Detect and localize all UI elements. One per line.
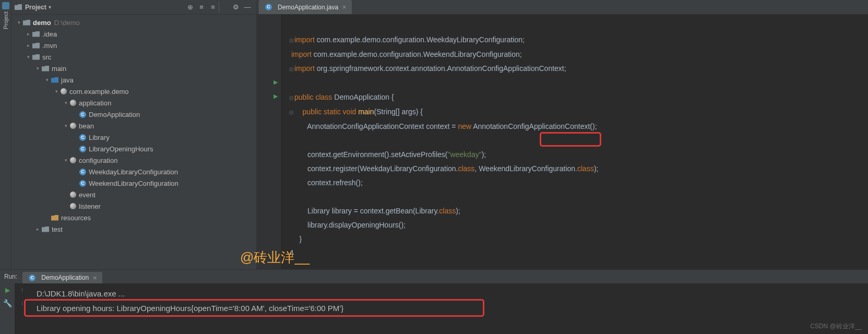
tree-label: demo <box>33 19 51 27</box>
package-icon <box>70 157 76 163</box>
code-content[interactable]: ⊟import com.example.demo.configuration.W… <box>281 15 868 269</box>
tree-label: .mvn <box>42 42 57 50</box>
tree-row[interactable]: resources <box>11 212 256 223</box>
tree-label: test <box>52 225 63 233</box>
tree-label: DemoApplication <box>89 111 140 118</box>
run-tab-label: DemoApplication <box>41 274 89 281</box>
class-icon <box>29 275 35 281</box>
tree-row[interactable]: event <box>11 189 256 200</box>
sidebar-tab-label: Project <box>3 11 9 29</box>
tree-row[interactable]: Library <box>11 132 256 143</box>
package-icon <box>61 88 67 94</box>
tree-row[interactable]: WeekdayLibraryConfiguration <box>11 166 256 177</box>
close-icon[interactable]: × <box>93 274 97 282</box>
tree-label: java <box>61 76 74 84</box>
tree-row[interactable]: ▾configuration <box>11 154 256 166</box>
tree-label: configuration <box>79 157 117 164</box>
tree-label: WeekendLibraryConfiguration <box>89 180 179 187</box>
class-icon <box>79 146 86 152</box>
console-line: Library opening hours: LibraryOpeningHou… <box>37 301 868 316</box>
run-panel: Run: DemoApplication × ▶ 🔧 ↑ ↓ D:\JDK1.8… <box>0 269 868 334</box>
tree-row[interactable]: ▸.idea <box>11 28 256 40</box>
tree-row[interactable]: ▾com.example.demo <box>11 86 256 97</box>
run-header: Run: DemoApplication × <box>0 270 868 283</box>
tree-row[interactable]: ▾application <box>11 97 256 109</box>
folder-icon <box>32 43 40 49</box>
collapse-icon[interactable]: ≡ <box>196 2 207 13</box>
tree-label: listener <box>79 202 101 210</box>
tree-row[interactable]: ▸test <box>11 223 256 235</box>
folder-icon <box>42 226 49 232</box>
folder-icon <box>15 4 22 10</box>
run-nav: ↑ ↓ <box>15 283 29 334</box>
run-title: Run: <box>4 273 17 280</box>
dropdown-icon[interactable]: ▾ <box>49 4 51 10</box>
class-icon <box>79 180 86 187</box>
tree-label: resources <box>61 214 91 222</box>
tree-row[interactable]: ▸.mvn <box>11 40 256 51</box>
run-gutter-icon[interactable]: ▶ <box>257 89 278 103</box>
run-gutter-icon[interactable]: ▶ <box>257 75 278 89</box>
tree-label: event <box>79 191 96 199</box>
project-panel: Project ▾ ⊕ ≡ ≡ ⚙ — ▾demoD:\demo ▸.idea … <box>11 0 257 269</box>
tree-row[interactable]: WeekendLibraryConfiguration <box>11 177 256 189</box>
source-folder-icon <box>51 77 58 83</box>
highlight-annotation <box>540 132 601 147</box>
divider <box>219 2 230 13</box>
folder-icon <box>42 66 49 71</box>
package-icon <box>70 100 76 106</box>
tree-row[interactable]: LibraryOpeningHours <box>11 143 256 154</box>
tree-label: src <box>42 53 51 61</box>
tree-row[interactable]: ▾java <box>11 74 256 86</box>
tree-label: Library <box>89 134 110 141</box>
up-icon[interactable]: ↑ <box>20 287 23 294</box>
tree-path: D:\demo <box>54 19 80 27</box>
console-line: D:\JDK1.8\bin\java.exe ... <box>37 289 125 298</box>
tree-label: .idea <box>42 30 57 38</box>
tree-row[interactable]: ▾main <box>11 63 256 74</box>
settings-icon[interactable]: ⚙ <box>230 2 242 13</box>
package-icon <box>70 192 76 198</box>
folder-icon <box>23 20 30 26</box>
tab-label: DemoApplication.java <box>278 4 338 11</box>
gutter: ▶ ▶ <box>257 15 281 269</box>
expand-icon[interactable]: ≡ <box>207 2 219 13</box>
project-icon <box>2 2 9 9</box>
tree-row[interactable]: ▾demoD:\demo <box>11 17 256 28</box>
tree-row[interactable]: DemoApplication <box>11 109 256 120</box>
hide-icon[interactable]: — <box>242 2 253 13</box>
tree-label: main <box>52 65 66 73</box>
project-sidebar-tab[interactable]: Project <box>0 0 11 269</box>
editor-tab[interactable]: DemoApplication.java × <box>259 0 352 14</box>
class-icon <box>265 4 272 10</box>
tree-label: WeekdayLibraryConfiguration <box>89 168 178 176</box>
wrench-icon[interactable]: 🔧 <box>3 299 12 307</box>
close-icon[interactable]: × <box>342 3 347 11</box>
class-icon <box>79 111 86 118</box>
code-area[interactable]: ▶ ▶ ⊟import com.example.demo.configurati… <box>257 15 868 269</box>
rerun-icon[interactable]: ▶ <box>5 287 10 294</box>
resource-folder-icon <box>51 215 58 221</box>
run-toolbar: ▶ 🔧 <box>0 283 15 334</box>
tree-label: LibraryOpeningHours <box>89 145 153 153</box>
editor-area: DemoApplication.java × ▶ ▶ ⊟import com.e… <box>257 0 868 269</box>
editor-tabs: DemoApplication.java × <box>257 0 868 15</box>
panel-header: Project ▾ ⊕ ≡ ≡ ⚙ — <box>11 0 256 15</box>
target-icon[interactable]: ⊕ <box>184 2 196 13</box>
panel-title: Project <box>25 4 46 11</box>
tree-label: application <box>79 99 111 107</box>
class-icon <box>79 134 86 141</box>
tree-row[interactable]: ▾bean <box>11 120 256 132</box>
folder-icon <box>32 54 40 60</box>
project-tree[interactable]: ▾demoD:\demo ▸.idea ▸.mvn ▾src ▾main ▾ja… <box>11 15 256 269</box>
tree-label: com.example.demo <box>69 88 128 96</box>
tree-row[interactable]: ▾src <box>11 51 256 63</box>
tree-row[interactable]: listener <box>11 200 256 212</box>
folder-icon <box>32 31 40 37</box>
down-icon[interactable]: ↓ <box>20 299 23 306</box>
package-icon <box>70 123 76 129</box>
class-icon <box>79 169 86 175</box>
console-output[interactable]: D:\JDK1.8\bin\java.exe ... Library openi… <box>29 283 868 334</box>
package-icon <box>70 203 76 209</box>
run-tab[interactable]: DemoApplication × <box>22 272 102 283</box>
